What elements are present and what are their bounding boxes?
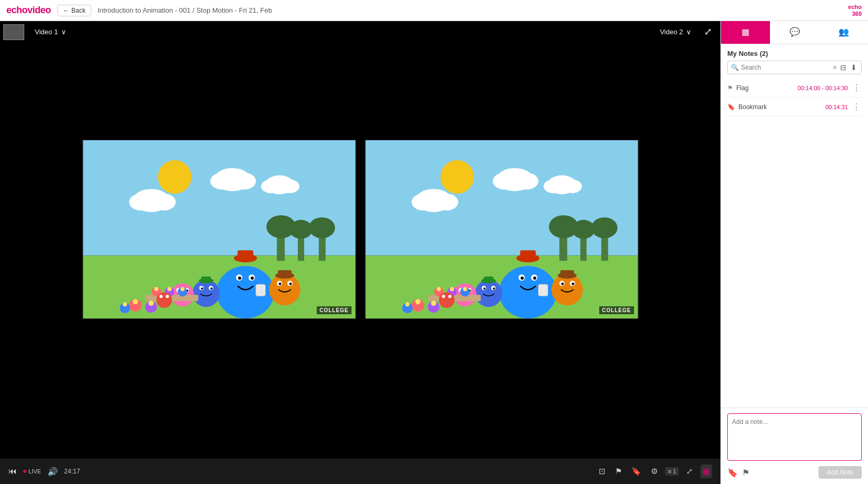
notes-panel: My Notes (2) 🔍 × ⊟ ⬇ ⚑ Flag 00:14:00 - 0… <box>721 44 868 484</box>
svg-point-121 <box>415 299 420 304</box>
people-tab-icon: 👥 <box>838 27 849 37</box>
note-item-bookmark: 🔖 Bookmark 00:14:31 ⋮ <box>727 98 862 117</box>
svg-point-91 <box>551 274 583 306</box>
note-footer-icons: 🔖 ⚑ <box>727 468 749 478</box>
svg-rect-104 <box>484 276 493 282</box>
video-header: Video 1 ∨ Video 2 ∨ ⤢ <box>0 21 720 42</box>
add-note-textarea[interactable] <box>727 413 862 461</box>
svg-point-23 <box>238 276 241 279</box>
svg-point-54 <box>156 292 172 308</box>
note-flag-icon-button[interactable]: ⚑ <box>742 468 749 478</box>
note-bookmark-icon-button[interactable]: 🔖 <box>727 468 738 478</box>
svg-point-86 <box>520 276 523 279</box>
bookmark-note-icon: 🔖 <box>727 103 735 111</box>
svg-rect-25 <box>256 284 265 296</box>
bookmark-note-timestamp[interactable]: 00:14:31 <box>825 104 848 110</box>
avatar-thumbnail <box>3 24 24 40</box>
svg-rect-88 <box>538 284 548 296</box>
fullscreen-control-button[interactable]: ⤢ <box>684 464 695 478</box>
video1-dropdown[interactable]: Video 1 ∨ <box>35 28 66 36</box>
time-display: 24:17 <box>64 468 80 475</box>
search-clear-button[interactable]: × <box>833 63 837 72</box>
layout-indicator: ≡ 1 <box>665 467 679 476</box>
bookmark-control-icon: 🔖 <box>631 467 641 476</box>
svg-point-125 <box>405 302 409 306</box>
svg-point-8 <box>210 173 233 190</box>
bookmark-control-button[interactable]: 🔖 <box>629 464 643 478</box>
live-dot <box>23 470 26 473</box>
captions-icon: ⊡ <box>599 467 606 476</box>
note-item-flag: ⚑ Flag 00:14:00 - 00:14:30 ⋮ <box>727 79 862 98</box>
tab-notes[interactable]: ▦ <box>721 21 770 44</box>
svg-point-56 <box>165 295 169 298</box>
svg-point-71 <box>493 173 516 190</box>
grid-control-button[interactable]: ▦ <box>700 464 712 478</box>
svg-point-74 <box>543 180 562 193</box>
flag-note-icon: ⚑ <box>727 84 733 92</box>
svg-point-116 <box>463 287 467 291</box>
notes-tab-icon: ▦ <box>742 27 749 37</box>
svg-point-68 <box>412 193 435 210</box>
live-indicator: LIVE <box>23 468 41 475</box>
video1-frame: COLLEGE <box>82 140 356 319</box>
tab-people[interactable]: 👥 <box>819 21 868 44</box>
svg-point-3 <box>161 163 188 191</box>
bookmark-note-more-button[interactable]: ⋮ <box>851 102 862 112</box>
svg-point-98 <box>475 279 502 307</box>
svg-point-112 <box>436 287 441 291</box>
volume-icon: 🔊 <box>47 467 58 477</box>
captions-button[interactable]: ⊡ <box>597 464 608 478</box>
svg-point-49 <box>154 287 158 291</box>
skip-back-button[interactable]: ⏮ <box>8 467 17 476</box>
flag-note-more-button[interactable]: ⋮ <box>851 83 862 93</box>
video-area: Video 1 ∨ Video 2 ∨ ⤢ <box>0 21 720 484</box>
svg-point-53 <box>180 287 184 291</box>
add-note-button[interactable]: Add Note <box>818 466 862 479</box>
volume-button[interactable]: 🔊 <box>47 467 58 477</box>
controls-right: ⊡ ⚑ 🔖 ⚙ ≡ 1 ⤢ ▦ <box>597 464 712 478</box>
fullscreen-button[interactable]: ⤢ <box>704 26 712 37</box>
svg-point-31 <box>278 283 281 285</box>
grid-control-icon: ▦ <box>703 467 710 476</box>
main-content: Video 1 ∨ Video 2 ∨ ⤢ <box>0 21 868 484</box>
topbar: echovideo ← Back Introduction to Animati… <box>0 0 868 21</box>
svg-point-60 <box>148 301 153 306</box>
settings-control-button[interactable]: ⚙ <box>649 464 660 478</box>
flag-control-icon: ⚑ <box>615 467 622 476</box>
svg-point-119 <box>448 295 451 298</box>
add-note-footer: 🔖 ⚑ Add Note <box>727 466 862 479</box>
svg-point-58 <box>132 299 138 304</box>
chat-tab-icon: 💬 <box>789 27 800 37</box>
flag-control-button[interactable]: ⚑ <box>613 464 624 478</box>
svg-point-24 <box>250 276 253 279</box>
svg-rect-97 <box>560 270 574 277</box>
tab-chat[interactable]: 💬 <box>770 21 819 44</box>
flag-note-label: Flag <box>736 84 795 92</box>
download-button[interactable]: ⬇ <box>850 63 858 72</box>
back-button[interactable]: ← Back <box>57 5 92 16</box>
svg-point-18 <box>308 217 335 238</box>
video2-dropdown[interactable]: Video 2 ∨ <box>660 28 691 36</box>
skip-back-icon: ⏮ <box>8 467 17 476</box>
filter-button[interactable]: ⊟ <box>839 63 847 72</box>
fullscreen-control-icon: ⤢ <box>686 467 693 476</box>
svg-rect-47 <box>145 295 198 301</box>
svg-point-66 <box>443 163 471 191</box>
notes-list: ⚑ Flag 00:14:00 - 00:14:30 ⋮ 🔖 Bookmark … <box>721 79 868 408</box>
svg-point-102 <box>493 287 495 289</box>
svg-point-9 <box>232 173 256 190</box>
back-arrow-icon: ← <box>63 7 70 14</box>
svg-point-72 <box>515 173 538 190</box>
svg-rect-90 <box>520 250 535 260</box>
flag-note-timestamp[interactable]: 00:14:00 - 00:14:30 <box>798 85 848 91</box>
svg-point-95 <box>571 283 574 285</box>
video-spacer <box>0 417 720 459</box>
svg-rect-110 <box>428 295 480 301</box>
svg-point-5 <box>129 193 152 210</box>
search-input[interactable] <box>741 64 831 71</box>
svg-point-39 <box>210 287 212 289</box>
svg-point-35 <box>192 279 220 307</box>
settings-control-icon: ⚙ <box>651 467 658 476</box>
svg-point-101 <box>483 287 485 289</box>
notes-search-bar: 🔍 × ⊟ ⬇ <box>727 61 862 74</box>
